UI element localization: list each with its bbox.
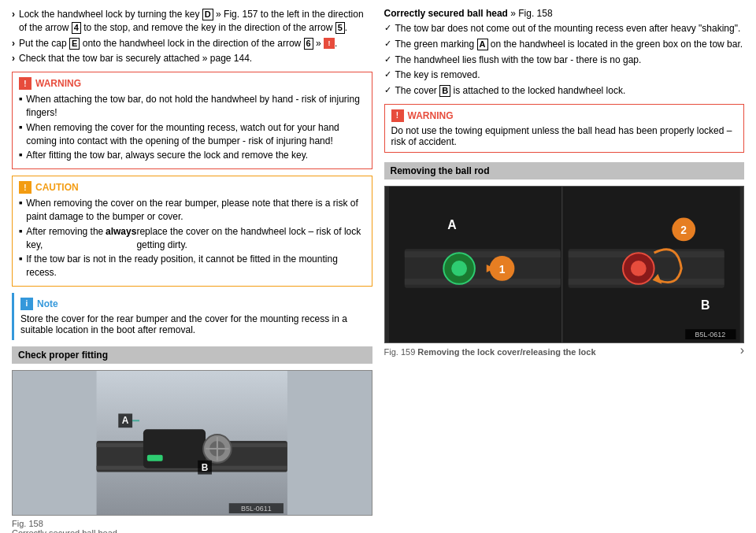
check-item-5: The cover B is attached to the locked ha… — [384, 84, 745, 98]
note-title-1: Note — [37, 298, 58, 309]
check-item-2: The green marking A on the handwheel is … — [384, 38, 745, 51]
caution-text-2-prefix: After removing the key, — [26, 225, 106, 252]
fig-158-title: Correctly secured ball head — [12, 528, 117, 533]
warning-header-1: ! WARNING — [19, 77, 365, 90]
check-item-5-text: The cover B is attached to the locked ha… — [395, 84, 626, 98]
fig-159-num: Fig. 159 — [384, 347, 416, 357]
caution-title-1: CAUTION — [35, 182, 79, 193]
caution-bullet-3: If the tow bar is not in the ready posit… — [19, 253, 365, 279]
figure-ball-head: A B B5L-0611 Fig. 158 Correctly secured … — [12, 370, 372, 533]
warning-icon-2: ! — [391, 109, 404, 122]
warning-bullet-1: When attaching the tow bar, do not hold … — [19, 93, 365, 120]
svg-rect-21 — [404, 279, 560, 285]
caution-text-3: If the tow bar is not in the ready posit… — [26, 253, 365, 279]
check-item-4-text: The key is removed. — [395, 68, 480, 82]
svg-text:A: A — [122, 415, 129, 426]
fig-159-caption-row: Fig. 159 Removing the lock cover/releasi… — [384, 343, 745, 357]
caution-text-2-suffix: replace the cover on the handwheel lock … — [136, 225, 365, 252]
note-text-1: Store the cover for the rear bumper and … — [20, 313, 366, 335]
svg-rect-5 — [147, 455, 163, 461]
warning-box-2: ! WARNING Do not use the towing equipmen… — [384, 104, 745, 153]
svg-text:B: B — [701, 298, 710, 312]
warning-header-2: ! WARNING — [391, 109, 738, 122]
svg-rect-4 — [143, 429, 206, 468]
warning-box-1: ! WARNING When attaching the tow bar, do… — [12, 72, 372, 169]
fig-159-caption: Fig. 159 Removing the lock cover/releasi… — [384, 347, 596, 357]
caution-text-2-bold: always — [106, 225, 136, 252]
warning-text-1: When attaching the tow bar, do not hold … — [26, 93, 365, 120]
check-item-1-text: The tow bar does not come out of the mou… — [395, 22, 741, 35]
warning-icon-1: ! — [19, 77, 32, 90]
warning-icon-inline: ! — [324, 38, 335, 49]
warning-title-2: WARNING — [408, 110, 454, 121]
svg-text:1: 1 — [498, 263, 505, 276]
caution-icon-1: ! — [19, 181, 32, 194]
caution-text-1: When removing the cover on the rear bump… — [26, 197, 365, 224]
removing-section-header-wrap: Removing the ball rod — [384, 162, 745, 180]
check-section-header-wrap: Check proper fitting — [12, 346, 372, 364]
box-a-right: A — [477, 39, 488, 50]
svg-text:B5L-0612: B5L-0612 — [695, 331, 725, 339]
check-item-3: The handwheel lies flush with the tow ba… — [384, 54, 745, 67]
next-page-arrow-icon[interactable]: › — [740, 343, 744, 357]
box-e: E — [69, 38, 80, 50]
warning-text-2-body: Do not use the towing equipment unless t… — [391, 125, 738, 147]
svg-point-23 — [451, 261, 467, 276]
svg-text:A: A — [447, 218, 457, 231]
note-header-1: i Note — [20, 298, 366, 310]
note-icon-1: i — [20, 298, 33, 310]
note-box-1: i Note Store the cover for the rear bump… — [12, 293, 372, 340]
content-area: Lock the handwheel lock by turning the k… — [0, 0, 756, 533]
intro-item-2: Put the cap E onto the handwheel lock in… — [12, 37, 372, 50]
check-item-4: The key is removed. — [384, 68, 745, 82]
fig-158-num: Fig. 158 — [12, 519, 43, 528]
svg-text:B: B — [202, 462, 209, 473]
svg-text:2: 2 — [680, 224, 687, 236]
fig-158-caption: Fig. 158 Correctly secured ball head — [12, 519, 372, 533]
svg-text:B5L-0611: B5L-0611 — [241, 505, 272, 513]
lock-cover-svg: 1 A — [385, 187, 744, 342]
page: Lock the handwheel lock by turning the k… — [0, 0, 756, 533]
caution-bullet-2: After removing the key, always replace t… — [19, 225, 365, 252]
lock-cover-image: 1 A — [384, 186, 745, 343]
ball-head-title: Correctly secured ball head — [384, 8, 508, 19]
caution-box-1: ! CAUTION When removing the cover on the… — [12, 176, 372, 287]
warning-text-3: After fitting the tow bar, always secure… — [26, 149, 308, 162]
intro-item-1: Lock the handwheel lock by turning the k… — [12, 8, 372, 35]
check-item-1: The tow bar does not come out of the mou… — [384, 22, 745, 35]
figure-lock-cover: 1 A — [384, 186, 745, 357]
warning-text-2: When removing the cover for the mounting… — [26, 121, 365, 148]
ball-head-fig-ref: » Fig. 158 — [510, 8, 552, 19]
warning-bullet-2: When removing the cover for the mounting… — [19, 121, 365, 148]
intro-item-3: Check that the tow bar is securely attac… — [12, 52, 372, 65]
ball-head-svg: A B B5L-0611 — [13, 371, 372, 515]
fig-159-title: Removing the lock cover/releasing the lo… — [417, 347, 595, 357]
key-box-d: D — [202, 9, 213, 20]
ball-head-image: A B B5L-0611 — [12, 370, 372, 516]
left-column: Lock the handwheel lock by turning the k… — [12, 8, 372, 533]
check-item-2-text: The green marking A on the handwheel is … — [395, 38, 743, 51]
ball-head-section: Correctly secured ball head » Fig. 158 T… — [384, 8, 745, 98]
warning-bullet-3: After fitting the tow bar, always secure… — [19, 149, 365, 162]
warning-title-1: WARNING — [35, 78, 81, 89]
check-section-header: Check proper fitting — [12, 346, 372, 364]
removing-section-header: Removing the ball rod — [384, 162, 745, 180]
caution-header-1: ! CAUTION — [19, 181, 365, 194]
svg-point-33 — [630, 261, 646, 276]
box-b-right: B — [439, 85, 450, 97]
caution-bullet-1: When removing the cover on the rear bump… — [19, 197, 365, 224]
check-item-3-text: The handwheel lies flush with the tow ba… — [395, 54, 642, 67]
box-4: 4 — [72, 22, 81, 34]
right-column: Correctly secured ball head » Fig. 158 T… — [384, 8, 745, 533]
box-5: 5 — [335, 22, 345, 34]
box-6: 6 — [304, 38, 313, 50]
svg-rect-20 — [404, 251, 560, 257]
